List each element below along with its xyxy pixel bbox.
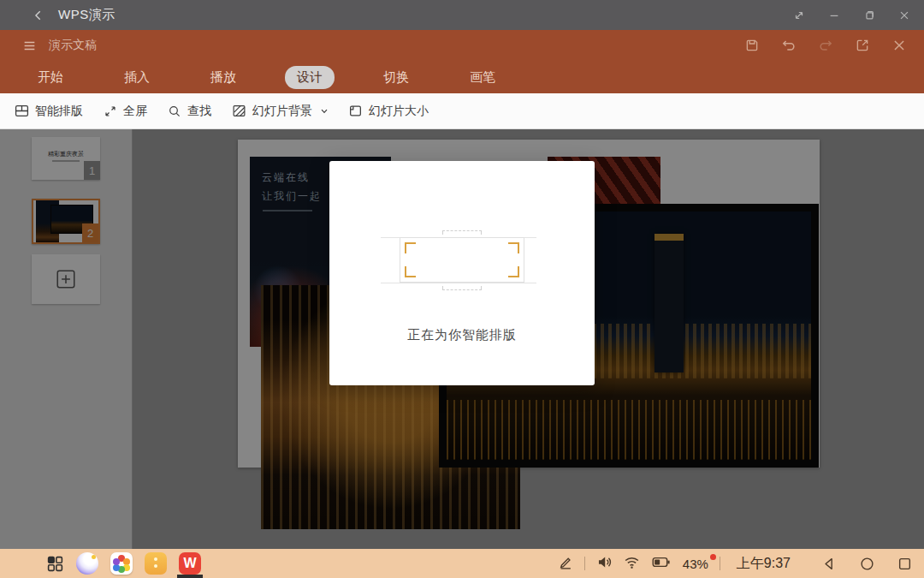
tool-label: 幻灯片大小 <box>369 104 429 119</box>
slide-size-icon <box>348 104 363 118</box>
layout-frame <box>400 237 524 283</box>
menu-icon[interactable] <box>22 39 37 53</box>
undo-icon[interactable] <box>781 38 797 53</box>
save-icon[interactable] <box>744 38 760 53</box>
wps-appbar: 演示文稿 <box>0 30 924 61</box>
slide-background-button[interactable]: 幻灯片背景 <box>232 104 328 119</box>
tool-ribbon: 智能排版 全屏 查找 幻灯片背景 幻灯片大小 <box>0 93 924 129</box>
back-chevron-icon[interactable] <box>33 9 44 21</box>
fullscreen-button[interactable]: 全屏 <box>104 104 147 119</box>
tab-home[interactable]: 开始 <box>26 66 75 89</box>
layout-animation <box>329 226 595 295</box>
screen: WPS演示 演示文稿 <box>0 0 924 578</box>
notification-dot <box>710 554 716 560</box>
slide-size-button[interactable]: 幻灯片大小 <box>348 104 429 119</box>
nav-recents-icon[interactable] <box>897 557 912 571</box>
tool-label: 幻灯片背景 <box>252 104 312 119</box>
status-divider <box>720 557 720 570</box>
ribbon-tabbar: 开始 插入 播放 设计 切换 画笔 <box>0 61 924 93</box>
tick-mark-top <box>442 230 482 235</box>
slide-background-icon <box>232 104 246 118</box>
volume-icon[interactable] <box>596 554 613 574</box>
nav-back-icon[interactable] <box>822 557 837 571</box>
wps-app-icon[interactable]: W <box>179 552 201 575</box>
tab-play[interactable]: 播放 <box>198 66 248 89</box>
corner-bracket-icon <box>508 266 519 277</box>
tab-design[interactable]: 设计 <box>285 66 335 89</box>
maximize-icon[interactable] <box>863 9 875 21</box>
redo-icon <box>818 38 833 53</box>
smart-layout-button[interactable]: 智能排版 <box>15 104 83 119</box>
float-window-icon[interactable] <box>793 9 805 21</box>
wifi-icon[interactable] <box>624 554 640 574</box>
battery-percent: 43% <box>683 557 708 571</box>
appgallery-app-icon[interactable] <box>110 552 133 575</box>
close-window-icon[interactable] <box>898 9 910 21</box>
notes-app-icon[interactable] <box>145 552 167 575</box>
status-divider <box>584 557 585 570</box>
document-title: 演示文稿 <box>49 38 97 53</box>
tab-transition[interactable]: 切换 <box>371 66 421 89</box>
guide-line-bottom <box>381 283 536 283</box>
progress-message: 正在为你智能排版 <box>329 327 595 343</box>
stylus-pen-icon[interactable] <box>558 554 573 573</box>
tool-label: 查找 <box>187 104 211 119</box>
chevron-down-icon <box>321 109 328 114</box>
search-icon <box>168 104 181 118</box>
tool-label: 全屏 <box>123 104 147 119</box>
smart-layout-icon <box>15 104 29 118</box>
app-drawer-icon[interactable] <box>46 555 64 573</box>
smart-layout-dialog: 正在为你智能排版 <box>329 161 595 385</box>
clock[interactable]: 上午9:37 <box>737 555 791 573</box>
share-icon[interactable] <box>855 38 870 53</box>
minimize-icon[interactable] <box>828 9 840 21</box>
tab-insert[interactable]: 插入 <box>112 66 162 89</box>
tool-label: 智能排版 <box>35 104 83 119</box>
window-title: WPS演示 <box>58 7 116 23</box>
system-titlebar: WPS演示 <box>0 0 924 30</box>
system-dock: W 43% 上午9:37 <box>0 549 924 578</box>
browser-app-icon[interactable] <box>76 552 98 575</box>
corner-bracket-icon <box>405 266 416 277</box>
corner-bracket-icon <box>508 242 519 253</box>
find-button[interactable]: 查找 <box>168 104 211 119</box>
wps-active-app: W <box>179 549 201 578</box>
content-area: 精彩重庆夜景 1 2 云端在线 让我们一起 <box>0 129 924 549</box>
close-document-icon[interactable] <box>891 38 907 53</box>
nav-home-icon[interactable] <box>860 557 874 571</box>
corner-bracket-icon <box>405 242 416 253</box>
battery-icon[interactable] <box>651 555 672 573</box>
tick-mark-bottom <box>442 286 482 290</box>
tab-pen[interactable]: 画笔 <box>458 66 507 89</box>
fullscreen-icon <box>104 104 117 118</box>
